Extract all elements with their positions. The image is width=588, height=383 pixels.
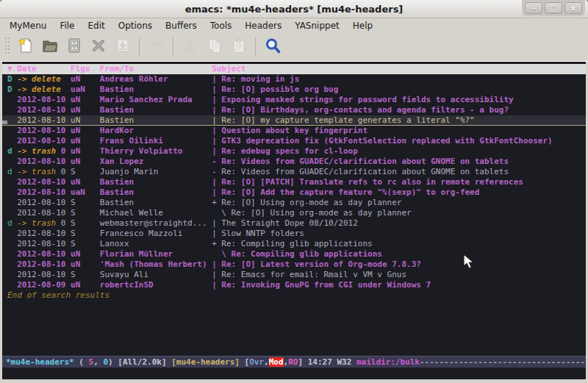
message-row[interactable]: 2012-08-10uNHardKor| Question about key … <box>2 126 586 136</box>
message-row[interactable]: 2012-08-10uNBastien| Re: [O] my capture … <box>2 115 586 126</box>
message-from: Thierry Volpiatto <box>100 146 212 157</box>
open-folder-button[interactable] <box>37 35 62 59</box>
message-from: Frans Oilinki <box>100 136 212 146</box>
close-icon: × <box>570 4 576 12</box>
search-icon <box>264 37 282 57</box>
message-row[interactable]: 2012-08-10uN'Mash (Thomas Herbert)| Re: … <box>2 259 586 270</box>
echo-area[interactable] <box>2 368 586 379</box>
undo-icon <box>148 37 165 57</box>
message-date: -> delete <box>17 85 71 95</box>
column-header-date[interactable]: Date <box>17 64 71 74</box>
modeline-segment: ] <box>298 357 307 367</box>
menu-headers[interactable]: Headers <box>238 19 288 32</box>
message-row[interactable]: d-> trash 0SJuanjo Marin- Re: Videos fro… <box>2 167 586 177</box>
modeline-segment: -------------------------------------- <box>420 357 586 367</box>
message-row[interactable]: 2012-08-09uNrobertcInSD| Re: Invoking Gn… <box>2 280 586 290</box>
menu-bar: MyMenuFileEditOptionsBuffersToolsHeaders… <box>0 18 588 33</box>
message-date: -> trash 0 <box>17 146 71 157</box>
mark-action-label: -> delete <box>17 74 61 84</box>
save-icon <box>65 37 83 57</box>
message-row[interactable]: 2012-08-10uNFlorian Müllner \ Re: Compil… <box>2 249 586 259</box>
message-row[interactable]: 2012-08-10uNFrans Oilinki| GTK3 deprecat… <box>2 136 586 146</box>
toolbar-separator <box>139 37 140 57</box>
mark-indicator: d <box>7 146 17 157</box>
sort-direction-icon[interactable]: ▼ <box>7 64 17 74</box>
message-date: -> trash 0 <box>17 218 71 229</box>
maximize-button[interactable]: □ <box>545 2 562 14</box>
toolbar-separator <box>173 37 173 57</box>
menu-tools[interactable]: Tools <box>204 19 239 32</box>
menu-mymenu[interactable]: MyMenu <box>3 19 53 32</box>
fringe-cursor-marker <box>2 121 7 124</box>
menu-edit[interactable]: Edit <box>82 19 112 32</box>
message-subject: | Re: [O] Add the capture feature "%(sex… <box>212 187 479 197</box>
save-button[interactable] <box>62 35 86 59</box>
headers-header-line[interactable]: ▼DateFlgsFrom/ToSubject <box>2 64 586 74</box>
message-row[interactable]: 2012-08-10uNXan Lopez- Re: Videos from G… <box>2 157 586 167</box>
modeline-segment: [mu4e-headers] <box>171 357 240 367</box>
column-header-flags[interactable]: Flgs <box>71 64 100 74</box>
menu-help[interactable]: Help <box>346 19 379 32</box>
message-flags: uN <box>71 74 100 85</box>
message-flags: uN <box>71 95 100 105</box>
message-row[interactable]: 2012-08-10SSuvayu Ali| Re: Emacs for ema… <box>2 270 586 280</box>
menu-file[interactable]: File <box>53 19 81 32</box>
message-date: 2012-08-10 <box>17 187 71 198</box>
save-as-button <box>110 35 135 59</box>
message-from: Lanoxx <box>100 239 212 249</box>
message-date: 2012-08-10 <box>17 95 71 105</box>
column-header-subject[interactable]: Subject <box>212 64 245 74</box>
message-flags: S <box>71 229 100 239</box>
message-from: Bastien <box>100 115 212 125</box>
message-subject: + Re: Compiling glib applications <box>212 239 373 248</box>
message-flags: uN <box>71 177 100 187</box>
message-row[interactable]: 2012-08-10uNBastien| Re: [O] [PATCH] Tra… <box>2 177 586 187</box>
message-flags: uN <box>71 259 100 270</box>
mark-action-label: -> trash <box>17 218 56 228</box>
message-row[interactable]: 2012-08-10SFrancesco Mazzoli| Slow NNTP … <box>2 229 586 239</box>
message-from: Juanjo Marin <box>100 167 212 177</box>
modeline-segment: ) [All/2.0k] <box>108 357 171 367</box>
message-row[interactable]: d-> trash 0uNThierry Volpiatto| Re: edeb… <box>2 146 586 157</box>
minimize-button[interactable]: – <box>525 2 542 14</box>
close-button[interactable]: × <box>564 2 582 14</box>
search-button[interactable] <box>260 35 284 59</box>
message-row[interactable]: 2012-08-10SBastien+ Re: [O] Using org-mo… <box>2 198 586 208</box>
message-row[interactable]: 2012-08-10uNMario Sanchez Prada| Exposin… <box>2 95 586 105</box>
message-row[interactable]: D-> deleteuNAndreas Röhler| Re: moving i… <box>2 74 586 85</box>
message-date: 2012-08-10 <box>17 198 71 208</box>
message-row[interactable]: 2012-08-10SMichael Welle \ Re: [O] Using… <box>2 208 586 218</box>
modeline-segment: *mu4e-headers* <box>6 357 74 367</box>
message-subject: | Exposing masked strings for password f… <box>212 95 514 104</box>
close-buffer-button[interactable] <box>86 35 110 59</box>
column-header-from[interactable]: From/To <box>100 64 212 74</box>
mode-line[interactable]: *mu4e-headers* ( 5, 0) [All/2.0k] [mu4e-… <box>2 356 586 368</box>
message-row[interactable]: 2012-08-10uNBastien| Re: [O] Birthdays, … <box>2 105 586 115</box>
message-row[interactable]: 2012-08-10uaNBastien| Re: [O] Add the ca… <box>2 187 586 198</box>
menu-yasnippet[interactable]: YASnippet <box>288 19 346 32</box>
message-row[interactable]: D-> deleteuaNBastien| Re: [O] possible o… <box>2 85 586 95</box>
minimize-icon: – <box>532 4 536 12</box>
message-subject: - Re: Videos from GUADEC/clarification a… <box>212 157 509 166</box>
maximize-icon: □ <box>550 4 556 12</box>
mu4e-headers-buffer[interactable]: ▼DateFlgsFrom/ToSubject D-> deleteuNAndr… <box>2 62 586 356</box>
message-from: Bastien <box>100 187 212 198</box>
message-row[interactable]: 2012-08-10SLanoxx+ Re: Compiling glib ap… <box>2 239 586 249</box>
menu-options[interactable]: Options <box>112 19 159 32</box>
message-from: webmaster@straightd... <box>100 218 212 229</box>
message-row[interactable]: d-> trash 0Swebmaster@straightd...| The … <box>2 218 586 229</box>
menu-buffers[interactable]: Buffers <box>159 19 204 32</box>
toolbar <box>0 33 588 62</box>
title-bar[interactable]: emacs: *mu4e-headers* [mu4e-headers] –□× <box>0 0 588 18</box>
message-flags: uN <box>71 280 100 290</box>
modeline-segment: Ovr <box>249 357 264 367</box>
toolbar-drag-handle[interactable] <box>4 36 10 58</box>
new-file-button[interactable] <box>13 35 37 59</box>
message-date: 2012-08-10 <box>17 126 71 136</box>
message-from: Andreas Röhler <box>100 74 212 85</box>
message-flags: S <box>71 198 100 208</box>
message-flags: uN <box>71 157 100 167</box>
message-from: Bastien <box>100 85 212 95</box>
message-date: 2012-08-10 <box>17 249 71 259</box>
message-from: Bastien <box>100 105 212 115</box>
